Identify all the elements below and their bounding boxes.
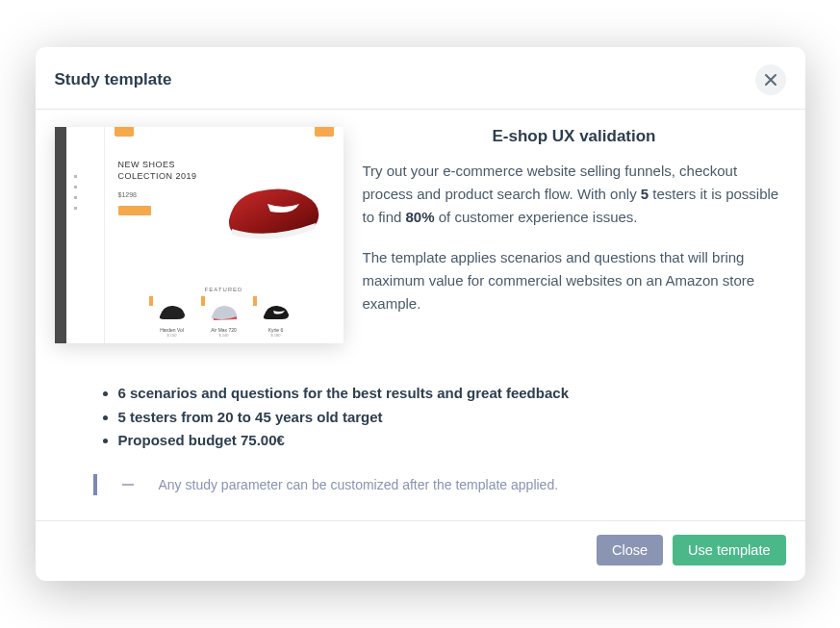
preview-orange-tab [315,127,334,137]
study-template-modal: Study template NEW SHOES COLECTION 2019 [36,47,805,581]
modal-title: Study template [55,70,172,89]
preview-orange-tab [115,127,134,137]
preview-thumb: Kyrie 6 $ 180 [255,298,297,338]
bullet-item: Proposed budget 75.00€ [118,429,786,453]
description-paragraph-2: The template applies scenarios and quest… [363,246,786,315]
template-name: E-shop UX validation [363,127,786,146]
description-paragraph-1: Try out your e-commerce website selling … [363,160,786,229]
preview-thumbs: Harden Vol $ 150 Air Max 720 $ 240 Kyrie… [118,298,330,338]
shoe-icon [215,167,330,254]
close-icon [764,73,777,87]
preview-main: NEW SHOES COLECTION 2019 $1298 [105,127,344,343]
callout-bar [93,474,97,495]
close-button[interactable]: Close [597,535,663,565]
dash-icon [122,484,134,486]
modal-footer: Close Use template [36,520,805,581]
customization-note: Any study parameter can be customized af… [93,474,786,495]
modal-header: Study template [36,47,805,110]
template-bullets: 6 scenarios and questions for the best r… [55,382,786,453]
modal-body: NEW SHOES COLECTION 2019 $1298 [36,110,805,520]
preview-hero-shoe [215,137,330,285]
close-icon-button[interactable] [755,64,786,95]
bullet-item: 5 testers from 20 to 45 years old target [118,406,786,430]
preview-headline-a: NEW SHOES [118,160,205,171]
template-preview-image: NEW SHOES COLECTION 2019 $1298 [55,127,344,343]
preview-headline-b: COLECTION 2019 [118,171,205,183]
preview-cta-button [118,206,151,215]
preview-dark-rail [55,127,66,343]
preview-sidebar [66,127,105,343]
preview-thumb: Air Max 720 $ 240 [203,298,245,338]
use-template-button[interactable]: Use template [673,535,785,565]
note-text: Any study parameter can be customized af… [159,477,559,492]
preview-featured-label: FEATURED [118,287,330,292]
preview-price: $1298 [118,191,205,198]
template-description: E-shop UX validation Try out your e-comm… [363,127,786,343]
bullet-item: 6 scenarios and questions for the best r… [118,382,786,406]
template-overview-row: NEW SHOES COLECTION 2019 $1298 [55,127,786,343]
preview-thumb: Harden Vol $ 150 [151,298,193,338]
